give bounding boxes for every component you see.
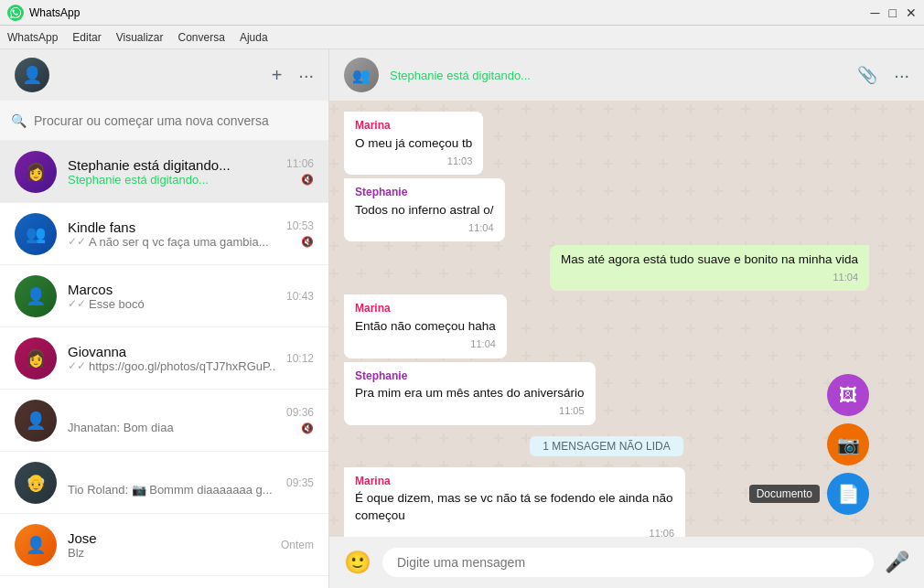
search-icon: 🔍	[11, 113, 27, 128]
bubble-2: Stephanie Todos no inferno astral o/ 11:…	[344, 178, 505, 241]
stephanie-preview: Stephanie está digitando...	[68, 173, 275, 187]
marcos-chat-info: Marcos ✓✓ Esse bocó	[68, 282, 275, 311]
tio-name	[68, 469, 275, 483]
bubble-4: Marina Então não começou haha 11:04	[344, 294, 507, 358]
emoji-button[interactable]: 🙂	[344, 550, 371, 575]
jose-name: Jose	[68, 530, 270, 546]
right-panel: 👥 Stephanie está digitando... 📎 ··· Mari…	[329, 49, 924, 588]
bubble-time-1: 11:03	[355, 155, 472, 168]
chat-item-stephanie[interactable]: 👩 Stephanie está digitando... Stephanie …	[0, 141, 328, 203]
search-input[interactable]	[34, 113, 317, 128]
bubble-text-3: Mas até agora está tudo suave e bonito n…	[561, 251, 858, 269]
jose-time: Ontem	[281, 539, 314, 551]
giovanna-preview-text: https://goo.gl/photos/qTJ7hxRGuP...	[89, 359, 275, 373]
bubble-time-2: 11:04	[355, 221, 494, 235]
whatsapp-icon	[7, 5, 24, 21]
kindle-preview-text: A não ser q vc faça uma gambia...	[89, 235, 269, 249]
chat-item-marcos[interactable]: 👤 Marcos ✓✓ Esse bocó 10:43	[0, 265, 328, 327]
stephanie-meta: 11:06 🔇	[286, 157, 314, 186]
attach-camera-button[interactable]: 📷	[827, 423, 869, 465]
attach-document-button[interactable]: 📄 Documento	[827, 473, 869, 515]
menu-editar[interactable]: Editar	[72, 31, 101, 44]
left-header-actions: + ···	[272, 65, 314, 86]
tio-preview: Tio Roland: 📷 Bommm diaaaaaaa g...	[68, 483, 275, 497]
giovanna-name: Giovanna	[68, 344, 275, 359]
stephanie-name: Stephanie está digitando...	[68, 157, 275, 173]
self-avatar[interactable]: 👤	[15, 58, 49, 92]
bubble-6: Marina É oque dizem, mas se vc não tá se…	[344, 467, 685, 537]
chat-item-giovanna[interactable]: 👩 Giovanna ✓✓ https://goo.gl/photos/qTJ7…	[0, 327, 328, 390]
menu-conversa[interactable]: Conversa	[178, 31, 225, 44]
chat-avatar-stephanie: 👩	[15, 151, 57, 193]
sender-marina-6: Marina	[355, 474, 674, 489]
right-more-button[interactable]: ···	[894, 65, 909, 86]
jhanatan-avatar-icon: 👤	[15, 400, 57, 442]
document-icon: 📄	[837, 483, 860, 505]
mic-button[interactable]: 🎤	[885, 551, 909, 574]
input-bar: 🙂 🎤	[329, 537, 924, 588]
kindle-preview: ✓✓ A não ser q vc faça uma gambia...	[68, 235, 275, 249]
bubble-time-5: 11:05	[355, 404, 585, 418]
tio-avatar-icon: 👴	[15, 462, 57, 504]
tio-meta: 09:35	[286, 476, 314, 489]
right-header-status: Stephanie está digitando...	[390, 69, 846, 82]
message-2: Stephanie Todos no inferno astral o/ 11:…	[344, 178, 505, 241]
tio-time: 09:35	[286, 476, 314, 489]
bubble-5: Stephanie Pra mim era um mês antes do an…	[344, 362, 596, 425]
chat-item-tio[interactable]: 👴 Tio Roland: 📷 Bommm diaaaaaaa g... 09:…	[0, 452, 328, 514]
minimize-button[interactable]: ─	[871, 5, 880, 20]
bubble-time-4: 11:04	[355, 337, 496, 351]
attach-button[interactable]: 📎	[857, 65, 877, 85]
bubble-time-6: 11:06	[355, 527, 674, 537]
right-header-info: Stephanie está digitando...	[390, 69, 846, 82]
kindle-time: 10:53	[286, 219, 314, 232]
close-button[interactable]: ✕	[906, 5, 917, 20]
search-bar: 🔍	[0, 101, 328, 141]
bubble-time-3: 11:04	[561, 271, 858, 284]
attach-gallery-button[interactable]: 🖼	[827, 374, 869, 416]
chat-item-jose[interactable]: 👤 Jose Blz Ontem	[0, 514, 328, 576]
jhanatan-name	[68, 407, 275, 421]
sender-marina-4: Marina	[355, 301, 496, 316]
jhanatan-time: 09:36	[286, 406, 314, 419]
message-input[interactable]	[382, 548, 874, 577]
stephanie-chat-info: Stephanie está digitando... Stephanie es…	[68, 157, 275, 187]
marcos-preview: ✓✓ Esse bocó	[68, 297, 275, 311]
titlebar-title: WhatsApp	[29, 6, 871, 19]
jhanatan-preview: Jhanatan: Bom diaa	[68, 421, 275, 434]
menu-visualizar[interactable]: Visualizar	[116, 31, 164, 44]
titlebar-controls: ─ □ ✕	[871, 5, 917, 20]
message-3: Mas até agora está tudo suave e bonito n…	[550, 245, 869, 291]
jose-chat-info: Jose Blz	[68, 530, 270, 560]
marcos-time: 10:43	[286, 290, 314, 303]
bubble-text-4: Então não começou haha	[355, 318, 496, 336]
kindle-meta: 10:53 🔇	[286, 219, 314, 248]
right-header-actions: 📎 ···	[857, 65, 909, 86]
more-options-button[interactable]: ···	[298, 65, 314, 86]
giovanna-avatar-icon: 👩	[15, 337, 57, 380]
jose-avatar-icon: 👤	[15, 524, 57, 566]
giovanna-preview: ✓✓ https://goo.gl/photos/qTJ7hxRGuP...	[68, 359, 275, 373]
bubble-1: Marina O meu já começou tb 11:03	[344, 112, 483, 175]
jose-preview: Blz	[68, 546, 270, 560]
camera-icon: 📷	[837, 433, 860, 455]
new-chat-button[interactable]: +	[272, 65, 283, 86]
chat-avatar-kindle: 👥	[15, 213, 57, 255]
left-header: 👤 + ···	[0, 49, 328, 101]
menu-ajuda[interactable]: Ajuda	[240, 31, 268, 44]
right-header-avatar[interactable]: 👥	[344, 58, 379, 92]
jhanatan-meta: 09:36 🔇	[286, 406, 314, 434]
attachment-options: 🖼 📷 📄 Documento	[827, 374, 869, 515]
menu-whatsapp[interactable]: WhatsApp	[7, 31, 58, 44]
bubble-text-1: O meu já começou tb	[355, 135, 472, 153]
jose-meta: Ontem	[281, 539, 314, 551]
chat-avatar-marcos: 👤	[15, 275, 57, 317]
self-avatar-icon: 👤	[15, 58, 49, 92]
bubble-text-5: Pra mim era um mês antes do aniversário	[355, 385, 585, 402]
maximize-button[interactable]: □	[889, 5, 897, 20]
unread-divider: 1 MENSAGEM NÃO LIDA	[344, 436, 869, 456]
chat-item-kindle[interactable]: 👥 Kindle fans ✓✓ A não ser q vc faça uma…	[0, 203, 328, 265]
chat-avatar-tio: 👴	[15, 462, 57, 504]
chat-item-jhanatan[interactable]: 👤 Jhanatan: Bom diaa 09:36 🔇	[0, 390, 328, 452]
stephanie-mute-icon: 🔇	[301, 174, 314, 186]
